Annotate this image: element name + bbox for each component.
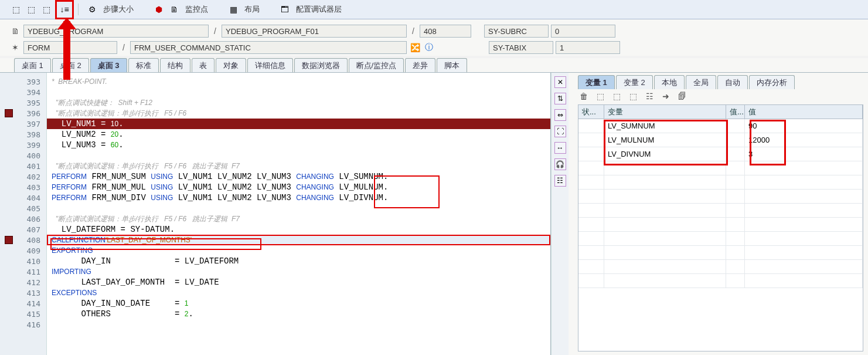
gutter-line[interactable]: 399 xyxy=(0,140,46,150)
var-name[interactable] xyxy=(604,190,726,203)
headset-icon[interactable]: 🎧 xyxy=(554,158,566,170)
gutter-line[interactable]: 394 xyxy=(0,87,46,97)
col-vtype[interactable]: 值... xyxy=(726,105,745,119)
var-name[interactable] xyxy=(604,246,726,259)
tree-icon[interactable]: ☷ xyxy=(644,91,655,102)
goto-icon[interactable]: ↔ xyxy=(554,142,566,154)
code-line[interactable]: PERFORM FRM_NUM_MUL USING LV_NUM1 LV_NUM… xyxy=(47,182,550,192)
gutter-line[interactable]: 404 xyxy=(0,192,46,203)
gutter-line[interactable]: 405 xyxy=(0,203,46,214)
variable-row[interactable] xyxy=(578,204,863,218)
code-line[interactable]: EXCEPTIONS xyxy=(47,288,550,298)
clipboard-icon[interactable]: 🗐 xyxy=(676,91,688,102)
delete-icon[interactable]: 🗑 xyxy=(578,91,590,102)
code-line[interactable]: PERFORM FRM_NUM_DIV USING LV_NUM1 LV_NUM… xyxy=(47,192,550,203)
var-name[interactable] xyxy=(604,232,726,245)
col-status[interactable]: 状... xyxy=(578,105,604,119)
import-icon[interactable]: ⬚ xyxy=(611,91,622,102)
tab-5[interactable]: 表 xyxy=(192,58,215,72)
code-line[interactable]: "断点调试测试逻辑：单步/行执行 F5 / F6 跳出子逻辑 F7 xyxy=(47,161,550,171)
step-out-icon[interactable]: ⬚ xyxy=(40,3,53,16)
var-value[interactable] xyxy=(745,260,863,273)
var-name[interactable]: LV_MULNUM xyxy=(604,133,726,147)
var-tab-4[interactable]: 自动 xyxy=(717,75,748,89)
line-field[interactable]: 408 xyxy=(420,25,471,38)
variable-row[interactable]: LV_MULNUM12000 xyxy=(578,133,863,147)
var-value[interactable] xyxy=(745,204,863,217)
gutter-line[interactable]: 406 xyxy=(0,214,46,224)
col-value[interactable]: 值 xyxy=(745,105,863,119)
var-name[interactable] xyxy=(604,175,726,189)
var-name[interactable]: LV_DIVNUM xyxy=(604,147,726,161)
var-value[interactable] xyxy=(745,274,863,288)
var-value[interactable] xyxy=(745,161,863,175)
variable-row[interactable]: LV_SUMNUM90 xyxy=(578,119,863,133)
sy-subrc-value[interactable]: 0 xyxy=(551,25,615,38)
col-name[interactable]: 变量 xyxy=(604,105,726,119)
gutter-line[interactable]: 400 xyxy=(0,150,46,161)
var-value[interactable]: 12000 xyxy=(745,133,863,147)
code-line[interactable]: "断点调试测试逻辑：单步/行执行 F5 / F6 xyxy=(47,108,550,119)
code-line[interactable] xyxy=(47,319,550,330)
gutter-line[interactable]: 402 xyxy=(0,171,46,182)
variable-row[interactable]: LV_DIVNUM3 xyxy=(578,147,863,161)
stop-icon[interactable]: ⬢ xyxy=(152,3,165,16)
tab-2[interactable]: 桌面 3 xyxy=(90,58,127,72)
var-name[interactable] xyxy=(604,260,726,273)
gutter-line[interactable]: 403 xyxy=(0,182,46,192)
fullscreen-icon[interactable]: ⛶ xyxy=(554,126,566,137)
code-line[interactable]: IMPORTING xyxy=(47,266,550,277)
code-line[interactable]: LV_NUM3 = 60. xyxy=(47,140,550,150)
gutter-line[interactable]: 407 xyxy=(0,224,46,235)
info-icon[interactable]: ⓘ xyxy=(423,41,435,54)
gutter-line[interactable]: 408 xyxy=(0,235,46,245)
code-line[interactable] xyxy=(47,203,550,214)
gutter-line[interactable]: 410 xyxy=(0,256,46,266)
gutter-line[interactable]: 416 xyxy=(0,319,46,330)
tab-7[interactable]: 详细信息 xyxy=(247,58,293,72)
var-tab-5[interactable]: 内存分析 xyxy=(749,75,795,89)
gutter-line[interactable]: 397 xyxy=(0,119,46,129)
var-value[interactable]: 3 xyxy=(745,147,863,161)
var-value[interactable] xyxy=(745,190,863,203)
code-line[interactable]: PERFORM FRM_NUM_SUM USING LV_NUM1 LV_NUM… xyxy=(47,171,550,182)
code-line[interactable]: LV_NUM1 = 10. xyxy=(47,119,550,129)
variable-row[interactable] xyxy=(578,175,863,190)
tab-3[interactable]: 标准 xyxy=(128,58,159,72)
var-name[interactable] xyxy=(604,274,726,288)
var-name[interactable]: LV_SUMNUM xyxy=(604,119,726,133)
var-name[interactable] xyxy=(604,204,726,217)
gutter-line[interactable]: 415 xyxy=(0,309,46,319)
gutter-line[interactable]: 414 xyxy=(0,298,46,309)
var-value[interactable] xyxy=(745,232,863,245)
gutter-line[interactable]: 401 xyxy=(0,161,46,171)
var-value[interactable]: 90 xyxy=(745,119,863,133)
tab-1[interactable]: 桌面 2 xyxy=(52,58,89,72)
sy-tabix-value[interactable]: 1 xyxy=(556,41,620,54)
breakpoint-icon[interactable] xyxy=(5,109,13,117)
code-line[interactable]: OTHERS = 2. xyxy=(47,309,550,319)
var-value[interactable] xyxy=(745,175,863,189)
gutter-line[interactable]: 413 xyxy=(0,288,46,298)
program-field[interactable]: YDEBUG_PROGRAM xyxy=(23,25,209,38)
code-line[interactable]: LV_DATEFORM = SY-DATUM. xyxy=(47,224,550,235)
gutter-line[interactable]: 398 xyxy=(0,129,46,140)
variable-row[interactable] xyxy=(578,260,863,274)
code-line[interactable]: EXPORTING xyxy=(47,245,550,256)
sort-icon[interactable]: ⇅ xyxy=(554,93,566,104)
code-line[interactable]: "断点调试快捷键： Shift + F12 xyxy=(47,97,550,108)
include-field[interactable]: YDEBUG_PROGRAM_F01 xyxy=(222,25,407,38)
hierarchy-icon[interactable]: ☷ xyxy=(554,175,566,187)
gutter-line[interactable]: 395 xyxy=(0,97,46,108)
gutter-line[interactable]: 412 xyxy=(0,277,46,288)
var-value[interactable] xyxy=(745,246,863,259)
code-line[interactable]: DAY_IN_NO_DATE = 1 xyxy=(47,298,550,309)
var-tab-1[interactable]: 变量 2 xyxy=(616,75,653,89)
gutter-line[interactable]: 409 xyxy=(0,245,46,256)
save-icon[interactable]: ⬚ xyxy=(627,91,639,102)
gutter-line[interactable]: 393 xyxy=(0,76,46,87)
gutter-line[interactable]: 411 xyxy=(0,266,46,277)
close-icon[interactable]: ✕ xyxy=(554,76,566,88)
subroutine-field[interactable]: FRM_USER_COMMAND_STATIC xyxy=(130,41,407,54)
step-return-icon[interactable]: ↓≡ xyxy=(58,3,71,16)
